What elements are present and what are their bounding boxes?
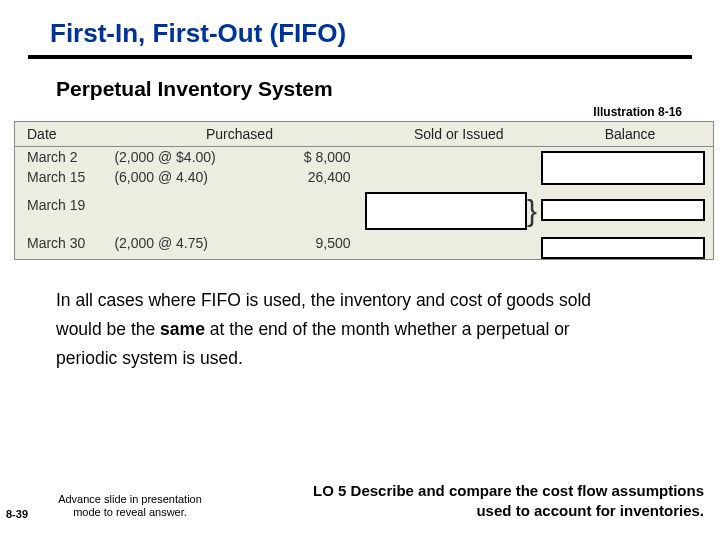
answer-mask [541,151,705,185]
inventory-table: Date Purchased Sold or Issued Balance Ma… [14,121,714,260]
body-line: periodic system is used. [56,348,243,368]
slide-footer: 8-39 Advance slide in presentation mode … [0,481,720,520]
advance-line: mode to reveal answer. [73,506,187,518]
advance-note: Advance slide in presentation mode to re… [40,493,220,521]
cell-date: March 19 [15,195,108,215]
answer-mask [541,237,705,259]
th-purchased: Purchased [108,122,370,147]
brace-icon: } [527,196,537,226]
cell-amt [295,195,370,215]
illustration-label: Illustration 8-16 [28,105,682,119]
th-date: Date [15,122,108,147]
learning-objective: LO 5 Describe and compare the cost flow … [220,481,720,520]
cell-date: March 30 [15,233,108,253]
page-number: 8-39 [6,508,40,520]
title-rule [28,55,692,59]
cell-sold [371,147,547,168]
slide-subtitle: Perpetual Inventory System [56,77,692,101]
body-emph: same [160,319,205,339]
lo-line: used to account for inventories. [476,502,704,519]
body-line: at the end of the month whether a perpet… [205,319,570,339]
cell-purch: (6,000 @ 4.40) [108,167,295,187]
cell-purch [108,195,295,215]
th-balance: Balance [547,122,713,147]
answer-mask [541,199,705,221]
th-sold: Sold or Issued [371,122,547,147]
slide-title: First-In, First-Out (FIFO) [50,18,692,49]
answer-mask [365,192,527,230]
advance-line: Advance slide in presentation [58,493,202,505]
body-line: would be the [56,319,160,339]
cell-purch: (2,000 @ $4.00) [108,147,295,168]
cell-amt: $ 8,000 [295,147,370,168]
cell-amt: 26,400 [295,167,370,187]
cell-purch: (2,000 @ 4.75) [108,233,295,253]
cell-date: March 15 [15,167,108,187]
cell-sold [371,167,547,187]
cell-date: March 2 [15,147,108,168]
body-line: In all cases where FIFO is used, the inv… [56,290,591,310]
cell-amt: 9,500 [295,233,370,253]
body-paragraph: In all cases where FIFO is used, the inv… [56,286,674,373]
cell-sold [371,233,547,253]
lo-line: LO 5 Describe and compare the cost flow … [313,482,704,499]
